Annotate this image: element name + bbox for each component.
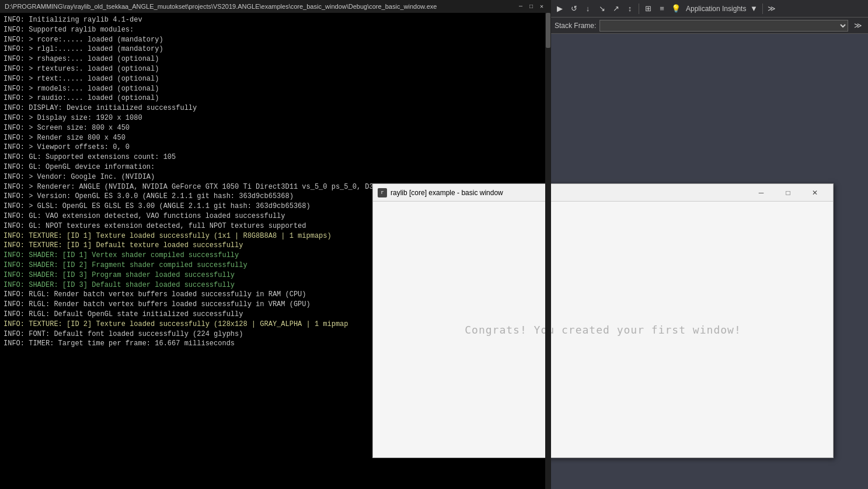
raylib-minimize-btn[interactable]: ─ — [748, 184, 775, 202]
terminal-line: INFO: > Vendor: Google Inc. (NVIDIA) — [4, 172, 548, 182]
debug-stepinto-btn[interactable]: ↘ — [595, 2, 608, 15]
terminal-line: INFO: > rtextures:. loaded (optional) — [4, 64, 548, 74]
stack-frame-btn[interactable]: ≫ — [852, 19, 864, 32]
app-insights-label: Application Insights — [686, 5, 746, 13]
terminal-line: INFO: GL: Supported extensions count: 10… — [4, 152, 548, 162]
terminal-line: INFO: > rmodels:... loaded (optional) — [4, 84, 548, 94]
raylib-app-icon: r — [378, 188, 387, 197]
debug-arrow-btn[interactable]: ↕ — [623, 2, 636, 15]
raylib-close-btn[interactable]: ✕ — [801, 184, 828, 202]
terminal-scrollbar[interactable] — [545, 13, 551, 489]
terminal-controls: ─ □ ✕ — [516, 2, 546, 11]
debug-insights-btn[interactable]: 💡 — [670, 2, 682, 15]
raylib-congrats-text: Congrats! You created your first window! — [465, 324, 741, 336]
terminal-line: INFO: DISPLAY: Device initialized succes… — [4, 103, 548, 113]
raylib-window-controls: ─ □ ✕ — [748, 184, 828, 202]
terminal-close-btn[interactable]: ✕ — [537, 2, 546, 11]
debug-stepout-btn[interactable]: ↗ — [609, 2, 622, 15]
terminal-line: INFO: GL: OpenGL device information: — [4, 162, 548, 172]
raylib-maximize-btn[interactable]: □ — [775, 184, 801, 202]
terminal-line: INFO: > Display size: 1920 x 1080 — [4, 113, 548, 123]
debug-threads-btn[interactable]: ≡ — [656, 2, 668, 15]
raylib-body: Congrats! You created your first window! — [373, 202, 833, 457]
toolbar-sep-1 — [639, 4, 639, 14]
raylib-titlebar: r raylib [core] example - basic window ─… — [373, 184, 833, 202]
toolbar-sep-2 — [762, 4, 763, 14]
terminal-line: INFO: > Viewport offsets: 0, 0 — [4, 143, 548, 152]
terminal-line: INFO: > rlgl:...... loaded (mandatory) — [4, 44, 548, 54]
app-insights-dropdown-btn[interactable]: ▼ — [747, 2, 760, 15]
raylib-window[interactable]: r raylib [core] example - basic window ─… — [372, 183, 834, 458]
debug-cpu-btn[interactable]: ⊞ — [642, 2, 654, 15]
debug-restart-btn[interactable]: ↺ — [567, 2, 580, 15]
stack-frame-label: Stack Frame: — [555, 22, 596, 30]
terminal-line: INFO: Supported raylib modules: — [4, 25, 548, 35]
terminal-line: INFO: > rtext:..... loaded (optional) — [4, 74, 548, 84]
debug-stepover-btn[interactable]: ↓ — [581, 2, 594, 15]
terminal-line: INFO: > raudio:.... loaded (optional) — [4, 93, 548, 103]
terminal-minimize-btn[interactable]: ─ — [516, 2, 525, 11]
terminal-line: INFO: > rcore:..... loaded (mandatory) — [4, 35, 548, 45]
toolbar-extra-btn[interactable]: ≫ — [765, 2, 778, 15]
stack-frame-row: Stack Frame: ≫ — [551, 18, 868, 34]
raylib-title-left: r raylib [core] example - basic window — [378, 188, 503, 197]
raylib-title-text: raylib [core] example - basic window — [391, 189, 503, 197]
vs-toolbar: ▶ ↺ ↓ ↘ ↗ ↕ ⊞ ≡ 💡 Application Insights ▼… — [551, 0, 868, 18]
stack-frame-select[interactable] — [599, 20, 848, 32]
terminal-line: INFO: > Render size 800 x 450 — [4, 133, 548, 143]
terminal-line: INFO: > rshapes:... loaded (optional) — [4, 54, 548, 64]
terminal-titlebar: D:\PROGRAMMING\ray\raylib_old_tsekkaa_AN… — [0, 0, 551, 13]
terminal-title: D:\PROGRAMMING\ray\raylib_old_tsekkaa_AN… — [5, 3, 437, 10]
terminal-scrollbar-thumb[interactable] — [546, 13, 550, 48]
terminal-maximize-btn[interactable]: □ — [527, 2, 536, 11]
terminal-line: INFO: Initializing raylib 4.1-dev — [4, 15, 548, 25]
terminal-line: INFO: > Screen size: 800 x 450 — [4, 123, 548, 133]
debug-continue-btn[interactable]: ▶ — [553, 2, 566, 15]
